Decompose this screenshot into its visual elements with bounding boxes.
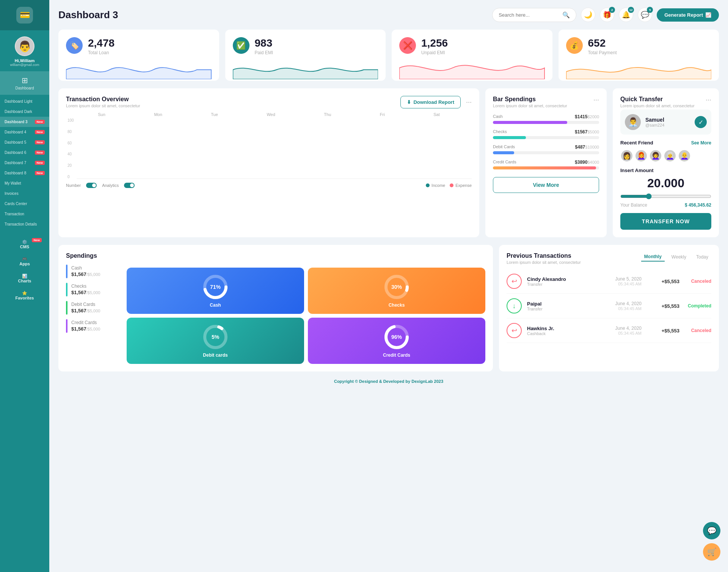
chat-button[interactable]: 💬 5 bbox=[638, 8, 652, 22]
quick-user: 👨‍💼 Samuel @sam224 ✓ bbox=[620, 110, 711, 135]
transfer-user-name: Samuel bbox=[645, 117, 664, 123]
moon-button[interactable]: 🌙 bbox=[581, 8, 595, 22]
trans-icon-3: ↩ bbox=[507, 323, 522, 338]
insert-amount-label: Insert Amount bbox=[620, 168, 711, 173]
view-more-button[interactable]: View More bbox=[493, 177, 599, 193]
star-icon: ⭐ bbox=[22, 291, 27, 296]
balance-row: Your Balance $ 456,345.62 bbox=[620, 202, 711, 208]
sidebar-item-dashboard7[interactable]: Dashboard 7 New bbox=[0, 158, 49, 168]
sidebar-item-cards[interactable]: Cards Center bbox=[0, 199, 49, 209]
loan-icon: 🏷️ bbox=[66, 37, 83, 54]
friend-2[interactable]: 👩‍🦰 bbox=[635, 149, 648, 162]
recent-friend-label: Recent Friend bbox=[620, 140, 653, 146]
dashboard-main-btn[interactable]: ⊞ Dashboard bbox=[0, 71, 49, 95]
tab-weekly[interactable]: Weekly bbox=[668, 252, 689, 262]
sp-credit: Credit Cards $1,567/$5,000 bbox=[66, 319, 119, 333]
spending-checks: Checks $1567$5000 bbox=[493, 129, 599, 139]
sidebar-item-dashboard4[interactable]: Dashboard 4 New bbox=[0, 127, 49, 137]
content-row: Transaction Overview Lorem ipsum dolor s… bbox=[58, 88, 719, 237]
tab-today[interactable]: Today bbox=[693, 252, 711, 262]
page-title: Dashboard 3 bbox=[58, 9, 118, 21]
analytics-legend-label: Analytics bbox=[102, 183, 119, 188]
analytics-toggle[interactable] bbox=[124, 183, 135, 188]
transfer-user-avatar: 👨‍💼 bbox=[625, 114, 641, 130]
balance-value: $ 456,345.62 bbox=[685, 202, 711, 208]
trans-status-1: Canceled bbox=[685, 279, 711, 284]
sidebar-item-invoices[interactable]: Invoices bbox=[0, 188, 49, 199]
spending-credit: Credit Cards $3890$4000 bbox=[493, 160, 599, 169]
donut-debit: 5% Debit cards bbox=[127, 318, 304, 364]
search-input[interactable] bbox=[499, 12, 559, 18]
transaction-overview-card: Transaction Overview Lorem ipsum dolor s… bbox=[58, 88, 479, 237]
quick-transfer-title: Quick Transfer bbox=[620, 96, 695, 103]
friend-4[interactable]: 👩‍🦳 bbox=[664, 149, 676, 162]
sp-debit: Debit Cards $1,567/$5,000 bbox=[66, 301, 119, 315]
transaction-subtitle: Lorem ipsum dolor sit amet, consectetur bbox=[66, 103, 140, 108]
sidebar-item-dashboard5[interactable]: Dashboard 5 New bbox=[0, 137, 49, 147]
bar-spendings-subtitle: Lorem ipsum dolor sit amet, consectetur bbox=[493, 103, 567, 108]
trans-status-3: Canceled bbox=[685, 328, 711, 333]
favorites-section-btn[interactable]: ⭐ Favorites bbox=[0, 287, 49, 304]
debit-bar-fill bbox=[493, 151, 514, 154]
generate-label: Generate Report bbox=[664, 12, 703, 18]
gift-button[interactable]: 🎁 2 bbox=[600, 8, 614, 22]
transfer-check-icon[interactable]: ✓ bbox=[695, 116, 707, 128]
paid-icon: ✅ bbox=[233, 37, 249, 54]
bar-spendings-more-button[interactable]: ··· bbox=[593, 96, 599, 104]
sidebar-item-dashboard-dark[interactable]: Dashboard Dark bbox=[0, 107, 49, 117]
checks-color-bar bbox=[66, 283, 67, 296]
cms-icon: ⚙️ bbox=[22, 240, 27, 244]
unpaid-label: Unpaid EMI bbox=[421, 50, 448, 55]
quick-transfer-more-button[interactable]: ··· bbox=[706, 96, 711, 104]
cart-fab[interactable]: 🛒 bbox=[703, 543, 720, 561]
expense-dot bbox=[450, 183, 453, 187]
transfer-now-button[interactable]: TRANSFER NOW bbox=[620, 213, 711, 230]
search-box: 🔍 bbox=[492, 8, 576, 22]
balance-label: Your Balance bbox=[620, 202, 647, 208]
friend-3[interactable]: 👩‍🦱 bbox=[649, 149, 662, 162]
logo-icon: 💳 bbox=[16, 7, 33, 24]
friend-1[interactable]: 👩 bbox=[620, 149, 633, 162]
cash-bar-fill bbox=[493, 121, 567, 124]
chart-legend: Number Analytics Income Expense bbox=[66, 183, 472, 188]
sidebar: 💳 👨 Hi,William william@gmail.com ⊞ Dashb… bbox=[0, 0, 49, 572]
sidebar-item-dashboard3[interactable]: Dashboard 3 New bbox=[0, 117, 49, 127]
badge-new: New bbox=[35, 130, 45, 134]
user-section: 👨 Hi,William william@gmail.com bbox=[0, 30, 49, 71]
support-fab[interactable]: 💬 bbox=[703, 522, 720, 539]
generate-report-button[interactable]: Generate Report 📈 bbox=[657, 8, 719, 22]
debit-color-bar bbox=[66, 301, 67, 315]
spending-debit: Debit Cards $487$10000 bbox=[493, 144, 599, 154]
see-more-button[interactable]: See More bbox=[691, 140, 711, 146]
charts-section-btn[interactable]: 📊 Charts bbox=[0, 270, 49, 287]
friend-5[interactable]: 👩‍🦲 bbox=[678, 149, 691, 162]
trans-icon-2: ↓ bbox=[507, 298, 522, 313]
more-options-button[interactable]: ··· bbox=[466, 98, 472, 106]
sidebar-item-wallet[interactable]: My Wallet bbox=[0, 178, 49, 188]
sidebar-item-dashboard6[interactable]: Dashboard 6 New bbox=[0, 147, 49, 158]
sidebar-item-transaction-details[interactable]: Transaction Details bbox=[0, 219, 49, 229]
unpaid-value: 1,256 bbox=[421, 37, 448, 49]
bell-button[interactable]: 🔔 12 bbox=[619, 8, 633, 22]
payment-label: Total Payment bbox=[588, 50, 617, 55]
sidebar-logo: 💳 bbox=[0, 0, 49, 30]
loan-label: Total Loan bbox=[88, 50, 115, 55]
svg-text:71%: 71% bbox=[210, 284, 221, 290]
svg-text:30%: 30% bbox=[391, 284, 402, 290]
transaction-2: ↓ Paipal Transfer June 4, 2020 05:34:45 … bbox=[507, 294, 711, 318]
amount-slider[interactable] bbox=[620, 193, 711, 199]
tab-monthly[interactable]: Monthly bbox=[641, 252, 665, 262]
cms-section-btn[interactable]: ⚙️ CMS New bbox=[0, 236, 49, 253]
sidebar-item-dashboard-light[interactable]: Dashboard Light bbox=[0, 96, 49, 107]
sidebar-item-dashboard8[interactable]: Dashboard 8 New bbox=[0, 168, 49, 178]
sidebar-item-transaction[interactable]: Transaction bbox=[0, 209, 49, 219]
prev-trans-subtitle: Lorem ipsum dolor sit amet, consectetur bbox=[507, 260, 581, 265]
sp-checks: Checks $1,567/$5,000 bbox=[66, 283, 119, 296]
download-icon: ⬇ bbox=[407, 99, 411, 105]
apps-section-btn[interactable]: 🎮 Apps bbox=[0, 253, 49, 270]
transaction-title: Transaction Overview bbox=[66, 96, 140, 103]
cash-color-bar bbox=[66, 265, 67, 278]
download-report-button[interactable]: ⬇ Download Report bbox=[400, 96, 461, 108]
number-toggle[interactable] bbox=[86, 183, 97, 188]
prev-trans-header: Previous Transactions Lorem ipsum dolor … bbox=[507, 252, 711, 265]
